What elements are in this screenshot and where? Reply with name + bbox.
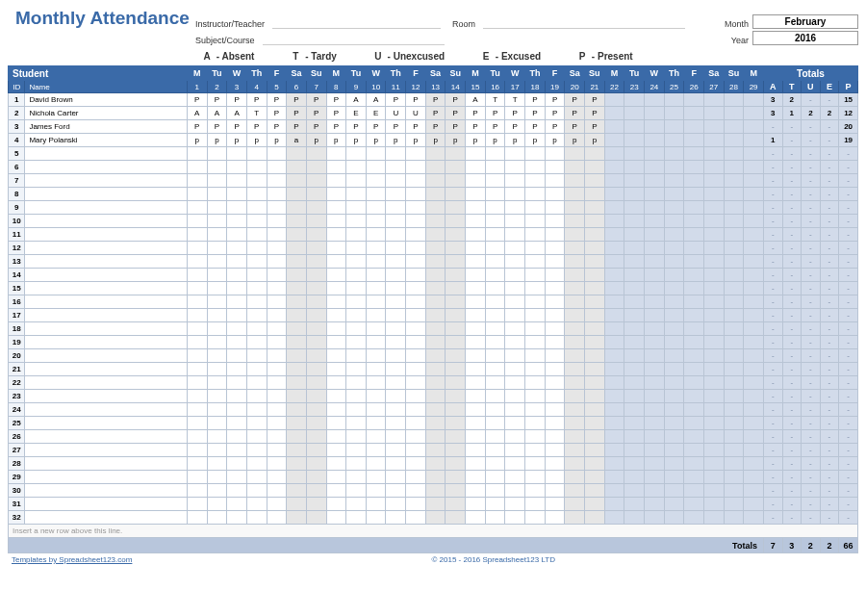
attendance-cell[interactable] — [267, 471, 287, 484]
attendance-cell[interactable] — [246, 215, 267, 228]
attendance-cell[interactable] — [645, 161, 665, 174]
attendance-cell[interactable] — [585, 390, 605, 403]
attendance-cell[interactable] — [287, 228, 307, 242]
attendance-cell[interactable]: p — [505, 134, 525, 147]
attendance-cell[interactable] — [406, 282, 426, 295]
attendance-cell[interactable]: A — [346, 93, 367, 107]
attendance-cell[interactable] — [246, 242, 267, 255]
attendance-cell[interactable] — [287, 511, 307, 525]
attendance-cell[interactable]: E — [346, 107, 367, 120]
attendance-cell[interactable] — [246, 376, 267, 390]
attendance-cell[interactable] — [525, 309, 546, 322]
attendance-cell[interactable] — [485, 309, 505, 322]
attendance-cell[interactable] — [406, 457, 426, 471]
attendance-cell[interactable] — [246, 174, 267, 188]
attendance-cell[interactable]: P — [505, 120, 525, 134]
attendance-cell[interactable] — [664, 471, 684, 484]
attendance-cell[interactable] — [505, 471, 525, 484]
attendance-cell[interactable] — [624, 269, 645, 282]
attendance-cell[interactable] — [326, 174, 346, 188]
attendance-cell[interactable] — [326, 511, 346, 525]
attendance-cell[interactable] — [246, 201, 267, 215]
attendance-cell[interactable] — [684, 242, 704, 255]
attendance-cell[interactable] — [246, 498, 267, 511]
attendance-cell[interactable] — [703, 201, 724, 215]
attendance-cell[interactable] — [565, 174, 585, 188]
attendance-cell[interactable] — [187, 363, 207, 376]
attendance-cell[interactable] — [346, 295, 367, 309]
attendance-cell[interactable] — [306, 242, 326, 255]
attendance-cell[interactable] — [287, 417, 307, 430]
attendance-cell[interactable] — [386, 511, 406, 525]
attendance-cell[interactable] — [684, 188, 704, 201]
attendance-cell[interactable] — [585, 201, 605, 215]
attendance-cell[interactable] — [207, 161, 227, 174]
attendance-cell[interactable] — [346, 336, 367, 349]
attendance-cell[interactable] — [565, 471, 585, 484]
attendance-cell[interactable] — [227, 349, 247, 363]
attendance-cell[interactable]: P — [446, 93, 466, 107]
attendance-cell[interactable] — [406, 215, 426, 228]
room-field[interactable] — [483, 15, 685, 29]
attendance-cell[interactable]: p — [246, 134, 267, 147]
attendance-cell[interactable] — [724, 107, 744, 120]
attendance-cell[interactable]: P — [505, 107, 525, 120]
attendance-cell[interactable] — [346, 228, 367, 242]
attendance-cell[interactable] — [425, 498, 446, 511]
attendance-cell[interactable]: P — [326, 93, 346, 107]
attendance-cell[interactable] — [684, 376, 704, 390]
attendance-cell[interactable] — [624, 498, 645, 511]
attendance-cell[interactable] — [207, 363, 227, 376]
attendance-cell[interactable] — [604, 457, 624, 471]
attendance-cell[interactable] — [545, 322, 565, 336]
attendance-cell[interactable] — [545, 376, 565, 390]
attendance-cell[interactable] — [227, 390, 247, 403]
student-name[interactable] — [25, 376, 188, 390]
attendance-cell[interactable] — [406, 242, 426, 255]
attendance-cell[interactable] — [246, 390, 267, 403]
attendance-cell[interactable] — [724, 363, 744, 376]
attendance-cell[interactable] — [386, 390, 406, 403]
attendance-cell[interactable] — [604, 511, 624, 525]
attendance-cell[interactable] — [346, 376, 367, 390]
attendance-cell[interactable] — [446, 255, 466, 269]
attendance-cell[interactable] — [406, 363, 426, 376]
attendance-cell[interactable] — [703, 444, 724, 457]
attendance-cell[interactable] — [645, 174, 665, 188]
attendance-cell[interactable] — [664, 255, 684, 269]
attendance-cell[interactable] — [724, 336, 744, 349]
attendance-cell[interactable] — [425, 295, 446, 309]
attendance-cell[interactable] — [306, 174, 326, 188]
attendance-cell[interactable] — [684, 349, 704, 363]
attendance-cell[interactable] — [187, 309, 207, 322]
attendance-cell[interactable]: U — [406, 107, 426, 120]
attendance-cell[interactable] — [246, 161, 267, 174]
attendance-cell[interactable] — [326, 147, 346, 161]
attendance-cell[interactable] — [246, 511, 267, 525]
attendance-cell[interactable] — [366, 282, 386, 295]
attendance-cell[interactable]: P — [406, 93, 426, 107]
attendance-cell[interactable] — [187, 295, 207, 309]
attendance-cell[interactable] — [545, 269, 565, 282]
attendance-cell[interactable]: P — [306, 93, 326, 107]
attendance-cell[interactable] — [267, 376, 287, 390]
attendance-cell[interactable] — [306, 457, 326, 471]
attendance-cell[interactable] — [227, 444, 247, 457]
attendance-cell[interactable] — [545, 403, 565, 417]
attendance-cell[interactable] — [703, 255, 724, 269]
attendance-cell[interactable] — [525, 417, 546, 430]
attendance-cell[interactable] — [645, 309, 665, 322]
attendance-cell[interactable]: p — [585, 134, 605, 147]
attendance-cell[interactable] — [386, 215, 406, 228]
attendance-cell[interactable] — [703, 403, 724, 417]
attendance-cell[interactable] — [246, 484, 267, 498]
attendance-cell[interactable] — [425, 188, 446, 201]
attendance-cell[interactable] — [565, 430, 585, 444]
attendance-cell[interactable] — [246, 444, 267, 457]
attendance-cell[interactable] — [525, 484, 546, 498]
attendance-cell[interactable] — [446, 444, 466, 457]
student-name[interactable] — [25, 282, 188, 295]
attendance-cell[interactable] — [446, 417, 466, 430]
attendance-cell[interactable] — [386, 471, 406, 484]
attendance-cell[interactable] — [287, 484, 307, 498]
